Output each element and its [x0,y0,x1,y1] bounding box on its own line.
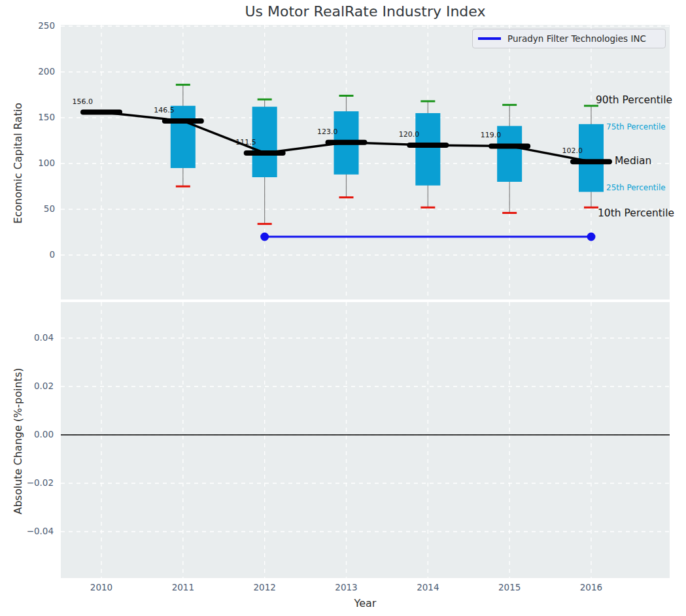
ytick-label-top: 100 [14,159,55,168]
legend: Puradyn Filter Technologies INC [472,29,666,48]
median-value-label: 123.0 [296,128,337,135]
iqr-box [171,106,196,168]
ytick-label-top: 0 [14,250,55,260]
figure: Us Motor RealRate Industry Index Economi… [0,0,686,616]
ytick-label-bottom: 0.04 [13,334,54,343]
median-value-label: 156.0 [51,98,93,105]
annotation-median: Median [615,156,651,167]
chart-title: Us Motor RealRate Industry Index [61,3,670,20]
xtick-label: 2011 [157,583,209,592]
ytick-label-top: 150 [14,113,55,122]
median-value-label: 146.5 [133,107,175,114]
median-value-label: 111.5 [214,139,256,146]
xtick-label: 2010 [75,583,128,592]
ytick-label-bottom: 0.02 [13,382,54,391]
ytick-label-bottom: −0.04 [13,527,54,536]
legend-line-sample [478,37,501,40]
ytick-label-bottom: −0.02 [13,479,54,488]
xtick-label: 2014 [402,583,454,592]
plot-canvas [0,0,686,616]
ytick-label-top: 50 [14,205,55,214]
ytick-label-top: 200 [14,67,55,77]
ytick-label-bottom: 0.00 [13,430,54,439]
xtick-label: 2015 [483,583,536,592]
median-value-label: 102.0 [541,147,583,154]
annotation-10th-percentile: 10th Percentile [598,209,674,219]
company-line-marker [260,233,269,241]
iqr-box [415,113,440,186]
company-line-marker [587,233,595,241]
bottom-axes-background [61,302,670,578]
xtick-label: 2016 [565,583,617,592]
iqr-box [579,124,604,192]
ytick-label-top: 250 [14,22,55,31]
x-axis-label: Year [61,597,670,609]
annotation-75th-percentile: 75th Percentile [606,123,666,131]
xtick-label: 2013 [320,583,372,592]
annotation-25th-percentile: 25th Percentile [606,184,666,192]
annotation-90th-percentile: 90th Percentile [596,95,672,106]
median-value-label: 119.0 [459,131,501,139]
legend-label: Puradyn Filter Technologies INC [507,33,646,44]
median-value-label: 120.0 [377,131,419,138]
xtick-label: 2012 [239,583,291,592]
